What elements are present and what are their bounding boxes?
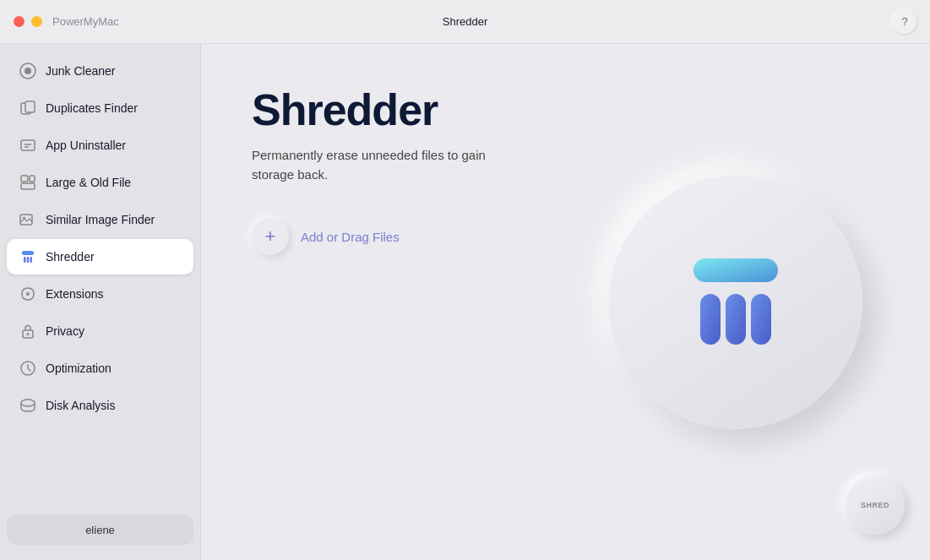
disk-icon xyxy=(19,396,37,415)
svg-rect-23 xyxy=(726,294,746,345)
svg-rect-14 xyxy=(27,257,30,263)
sidebar-item-junk-cleaner[interactable]: Junk Cleaner xyxy=(7,53,193,89)
shred-button-label: SHRED xyxy=(861,501,889,509)
sidebar-item-similar-image-finder[interactable]: Similar Image Finder xyxy=(7,202,193,237)
svg-rect-9 xyxy=(21,183,35,189)
titlebar: PowerMyMac Shredder ? xyxy=(0,0,930,44)
sidebar-item-extensions[interactable]: Extensions xyxy=(7,276,193,312)
minimize-button[interactable] xyxy=(31,16,42,27)
sidebar-label-disk-analysis: Disk Analysis xyxy=(46,399,115,412)
page-description: Permanently erase unneeded files to gain… xyxy=(252,146,488,184)
svg-rect-22 xyxy=(700,294,721,345)
svg-point-18 xyxy=(27,333,30,335)
main-layout: Junk Cleaner Duplicates Finder App Unins… xyxy=(0,44,930,560)
svg-rect-13 xyxy=(24,257,26,263)
svg-rect-3 xyxy=(25,101,35,112)
user-section[interactable]: eliene xyxy=(7,515,193,545)
sidebar-label-similar-image-finder: Similar Image Finder xyxy=(46,213,155,226)
traffic-lights xyxy=(14,16,42,27)
help-button[interactable]: ? xyxy=(893,10,916,34)
sidebar-label-app-uninstaller: App Uninstaller xyxy=(46,139,126,152)
shred-button[interactable]: SHRED xyxy=(846,476,905,535)
shredder-icon xyxy=(19,247,37,266)
sidebar-label-junk-cleaner: Junk Cleaner xyxy=(46,64,116,78)
add-files-label: Add or Drag Files xyxy=(301,230,400,244)
sidebar-item-privacy[interactable]: Privacy xyxy=(7,313,193,349)
svg-rect-12 xyxy=(22,251,34,255)
close-button[interactable] xyxy=(14,16,24,27)
sidebar-label-optimization: Optimization xyxy=(46,362,111,375)
sidebar-item-disk-analysis[interactable]: Disk Analysis xyxy=(7,388,193,423)
add-circle-icon: + xyxy=(252,218,289,255)
svg-rect-24 xyxy=(751,294,771,345)
sidebar-item-duplicates-finder[interactable]: Duplicates Finder xyxy=(7,90,193,126)
shredder-illustration xyxy=(668,235,803,370)
optimization-icon xyxy=(19,359,37,378)
sidebar-label-extensions: Extensions xyxy=(46,287,103,301)
sidebar: Junk Cleaner Duplicates Finder App Unins… xyxy=(0,44,201,560)
svg-point-16 xyxy=(26,292,30,296)
sidebar-label-shredder: Shredder xyxy=(46,250,95,264)
large-file-icon xyxy=(19,173,37,192)
sidebar-item-app-uninstaller[interactable]: App Uninstaller xyxy=(7,128,193,163)
svg-point-20 xyxy=(21,400,35,406)
duplicates-icon xyxy=(19,99,37,117)
svg-rect-8 xyxy=(30,176,35,182)
extensions-icon xyxy=(19,285,37,303)
page-title: Shredder xyxy=(252,86,879,134)
svg-rect-4 xyxy=(21,140,35,150)
uninstaller-icon xyxy=(19,136,37,155)
sidebar-item-shredder[interactable]: Shredder xyxy=(7,239,193,275)
app-name: PowerMyMac xyxy=(52,15,119,28)
svg-rect-15 xyxy=(30,257,33,263)
page-title-bar: Shredder xyxy=(443,15,487,28)
sidebar-item-large-old-file[interactable]: Large & Old File xyxy=(7,165,193,200)
sidebar-label-privacy: Privacy xyxy=(46,324,84,338)
content-area: Shredder Permanently erase unneeded file… xyxy=(201,44,930,560)
image-icon xyxy=(19,210,37,229)
sidebar-label-duplicates-finder: Duplicates Finder xyxy=(46,101,138,115)
junk-icon xyxy=(19,62,37,80)
sidebar-item-optimization[interactable]: Optimization xyxy=(7,351,193,386)
svg-rect-21 xyxy=(693,258,778,282)
svg-rect-7 xyxy=(21,176,28,182)
shredder-decoration xyxy=(609,176,862,429)
sidebar-label-large-old-file: Large & Old File xyxy=(46,176,131,189)
privacy-icon xyxy=(19,322,37,340)
sidebar-spacer xyxy=(0,424,200,508)
svg-point-1 xyxy=(24,68,31,74)
